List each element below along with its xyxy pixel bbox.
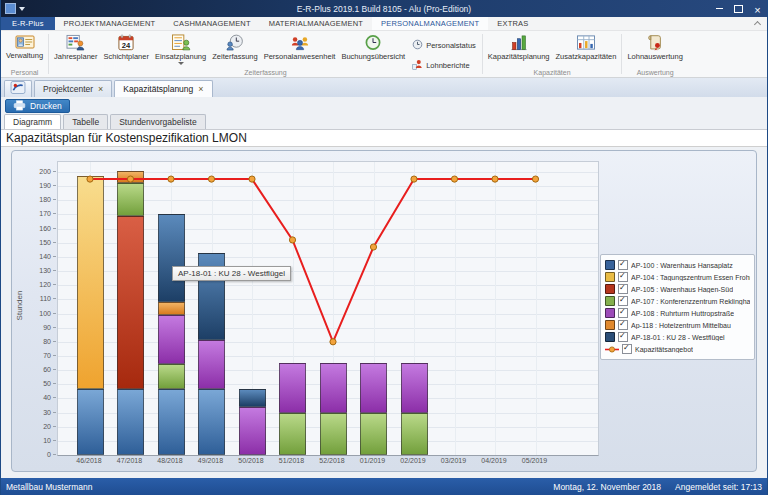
legend-label: Ap-118 : Hotelzentrum Mittelbau bbox=[631, 322, 731, 329]
ribbon-button-label: Personalanwesenheit bbox=[264, 52, 336, 61]
ribbon-group-personal: VerwaltungPersonal bbox=[1, 31, 48, 77]
ribbon-tab-cashmanagement[interactable]: CASHMANAGEMENT bbox=[164, 17, 259, 30]
ribbon-button-label: Schichtplaner bbox=[103, 52, 148, 61]
bar-segment-ap-108[interactable] bbox=[401, 363, 428, 413]
ribbon-button-label: Buchungsübersicht bbox=[341, 52, 405, 61]
y-axis-tick-mark bbox=[53, 298, 56, 299]
legend-checkbox[interactable] bbox=[618, 272, 628, 282]
ribbon-button-einsatzplanung[interactable]: Einsatzplanung bbox=[152, 33, 209, 66]
tab-close-icon[interactable] bbox=[98, 85, 103, 94]
ribbon-button-zeiterfassung[interactable]: Zeiterfassung bbox=[209, 33, 260, 62]
legend-checkbox[interactable] bbox=[618, 296, 628, 306]
clock-green-icon bbox=[364, 34, 382, 51]
bar-segment-ap-100[interactable] bbox=[198, 389, 225, 456]
bar-segment-ap-107[interactable] bbox=[360, 413, 387, 455]
ribbon-group-auswertung: LohnauswertungAuswertung bbox=[622, 31, 687, 77]
ribbon-group-zeiterfassung: Jahresplaner24SchichtplanerEinsatzplanun… bbox=[49, 31, 482, 77]
bar-segment-ap-107[interactable] bbox=[279, 413, 306, 455]
bar-segment-ap-105[interactable] bbox=[117, 216, 144, 389]
bar-segment-ap-108[interactable] bbox=[198, 340, 225, 388]
x-axis-tick-label: 49/2018 bbox=[189, 457, 233, 464]
view-tab-stundenvorgabeliste[interactable]: Stundenvorgabeliste bbox=[110, 114, 206, 129]
bar-segment-ap-108[interactable] bbox=[158, 315, 185, 365]
ribbon-button-buchungs-bersicht[interactable]: Buchungsübersicht bbox=[338, 33, 408, 62]
scroll-report-icon bbox=[646, 34, 664, 51]
legend-item-ap-118[interactable]: Ap-118 : Hotelzentrum Mittelbau bbox=[605, 319, 750, 331]
bar-segment-ap-100[interactable] bbox=[117, 389, 144, 456]
bar-segment-ap-107[interactable] bbox=[401, 413, 428, 455]
collapse-ribbon-icon[interactable] bbox=[754, 21, 761, 26]
ribbon-button-personalstatus[interactable]: Personalstatus bbox=[412, 36, 476, 54]
legend-item-ap-105[interactable]: AP-105 : Warenhaus Hagen-Süd bbox=[605, 283, 750, 295]
legend-item-ap-107[interactable]: AP-107 : Konferenzzentrum Reklinghausen bbox=[605, 295, 750, 307]
ribbon-button-label: Lohnauswertung bbox=[627, 52, 682, 61]
bar-segment-ap-107[interactable] bbox=[320, 413, 347, 455]
legend-item-ap-100[interactable]: AP-100 : Warenhaus Hansaplatz bbox=[605, 259, 750, 271]
y-axis-tick-label: 120 bbox=[39, 281, 51, 288]
bar-segment-ap-18-01[interactable] bbox=[158, 214, 185, 302]
legend-checkbox[interactable] bbox=[618, 284, 628, 294]
view-toolbar: Drucken bbox=[1, 97, 767, 114]
ribbon-button-zusatzkapazit-ten[interactable]: Zusatzkapazitäten bbox=[553, 33, 620, 62]
y-axis-tick-mark bbox=[53, 327, 56, 328]
bar-segment-ap-108[interactable] bbox=[239, 407, 266, 455]
dropdown-caret-icon bbox=[178, 62, 184, 65]
ribbon-button-personalanwesenheit[interactable]: Personalanwesenheit bbox=[261, 33, 339, 62]
minimize-button[interactable] bbox=[710, 1, 729, 16]
app-menu-button[interactable] bbox=[4, 80, 32, 97]
ribbon-tab-projektmanagement[interactable]: PROJEKTMANAGEMENT bbox=[55, 17, 165, 30]
maximize-button[interactable] bbox=[729, 1, 748, 16]
document-tab-kapazit-tsplanung[interactable]: Kapazitätsplanung bbox=[114, 80, 212, 97]
ribbon-button-kapazit-tsplanung[interactable]: Kapazitätsplanung bbox=[485, 33, 553, 62]
calendar-24-icon: 24 bbox=[117, 34, 135, 51]
ribbon-tab-materialmanagement[interactable]: MATERIALMANAGEMENT bbox=[260, 17, 372, 30]
bar-segment-ap-108[interactable] bbox=[320, 363, 347, 413]
y-axis-tick-label: 160 bbox=[39, 224, 51, 231]
view-tab-tabelle[interactable]: Tabelle bbox=[63, 114, 108, 129]
chart-panel: Stunden 01020304050607080901001101201301… bbox=[11, 150, 757, 472]
legend-checkbox[interactable] bbox=[618, 260, 628, 270]
legend-item-ap-18-01[interactable]: AP-18-01 : KU 28 - Westflügel bbox=[605, 331, 750, 343]
bar-segment-ap-107[interactable] bbox=[158, 364, 185, 388]
legend-item-kapazitaetsangebot[interactable]: Kapazitätsangebot bbox=[605, 343, 750, 355]
bar-segment-ap-107[interactable] bbox=[117, 183, 144, 216]
ribbon-tab-personalmanagement[interactable]: PERSONALMANAGEMENT bbox=[372, 17, 488, 30]
ribbon-button-jahresplaner[interactable]: Jahresplaner bbox=[51, 33, 100, 62]
bar-segment-ap-118[interactable] bbox=[158, 302, 185, 315]
close-button[interactable] bbox=[748, 1, 767, 16]
legend-checkbox[interactable] bbox=[618, 332, 628, 342]
ribbon-group-name: Zeiterfassung bbox=[49, 69, 482, 76]
y-axis-tick-mark bbox=[53, 369, 56, 370]
x-axis-tick-label: 51/2018 bbox=[270, 457, 314, 464]
tab-close-icon[interactable] bbox=[198, 85, 203, 94]
legend-checkbox[interactable] bbox=[622, 344, 632, 354]
quick-access-toolbar bbox=[1, 3, 25, 14]
ribbon-button-lohnauswertung[interactable]: Lohnauswertung bbox=[624, 33, 685, 62]
quick-access-dropdown-icon[interactable] bbox=[19, 7, 25, 11]
ribbon-tab-e-r-plus[interactable]: E-R-Plus bbox=[1, 17, 55, 30]
y-axis-tick-label: 80 bbox=[43, 337, 51, 344]
window-controls bbox=[710, 1, 767, 16]
bar-segment-ap-100[interactable] bbox=[77, 389, 104, 456]
bar-segment-ap-104[interactable] bbox=[77, 176, 104, 388]
ribbon-tab-extras[interactable]: EXTRAS bbox=[488, 17, 537, 30]
legend-item-ap-104[interactable]: AP-104 : Tagungszentrum Essen Frohnha... bbox=[605, 271, 750, 283]
legend-checkbox[interactable] bbox=[618, 320, 628, 330]
bar-segment-ap-108[interactable] bbox=[279, 363, 306, 413]
legend-color-swatch bbox=[605, 284, 615, 294]
bar-segment-ap-118[interactable] bbox=[117, 171, 144, 184]
legend-item-ap-108[interactable]: AP-108 : Ruhrturm Huttropstraße bbox=[605, 307, 750, 319]
x-axis-tick-label: 05/2019 bbox=[513, 457, 557, 464]
x-axis-tick-label: 02/2019 bbox=[391, 457, 435, 464]
view-tab-diagramm[interactable]: Diagramm bbox=[4, 114, 61, 129]
document-tab-projektcenter[interactable]: Projektcenter bbox=[34, 80, 112, 97]
bar-segment-ap-100[interactable] bbox=[158, 389, 185, 456]
bar-segment-ap-108[interactable] bbox=[360, 363, 387, 413]
gridline-vertical bbox=[455, 162, 456, 455]
ribbon-button-schichtplaner[interactable]: 24Schichtplaner bbox=[100, 33, 151, 62]
maximize-icon bbox=[734, 5, 743, 13]
legend-checkbox[interactable] bbox=[618, 308, 628, 318]
ribbon-button-verwaltung[interactable]: Verwaltung bbox=[3, 33, 46, 61]
bar-segment-ap-18-01[interactable] bbox=[239, 389, 266, 407]
print-button[interactable]: Drucken bbox=[5, 99, 70, 113]
